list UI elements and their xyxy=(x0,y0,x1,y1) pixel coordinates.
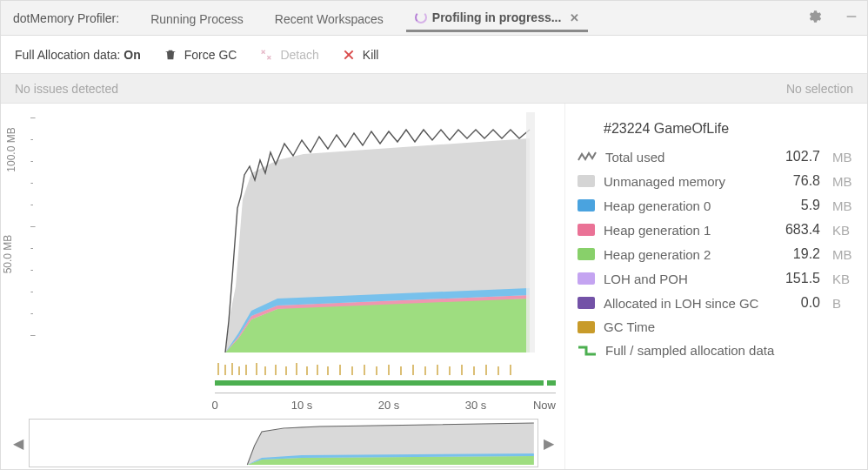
legend-label: Full / sampled allocation data xyxy=(605,343,811,358)
legend-value: 102.7 xyxy=(785,149,820,164)
y-tick-marks: –---- –----– xyxy=(30,118,36,335)
spinner-icon xyxy=(415,11,427,24)
detach-label: Detach xyxy=(280,48,318,62)
main-content: 100.0 MB 50.0 MB –---- –----– xyxy=(1,104,867,470)
toolbar: Full Allocation data: On Force GC Detach… xyxy=(1,36,867,74)
legend-unit: MB xyxy=(832,198,855,213)
color-swatch xyxy=(578,272,595,285)
settings-icon[interactable] xyxy=(806,9,822,27)
x-tick-10: 10 s xyxy=(291,399,313,412)
memory-chart[interactable] xyxy=(43,112,547,354)
legend-label: LOH and POH xyxy=(604,272,777,286)
legend-label: Total used xyxy=(605,150,777,164)
y-tick-100: 100.0 MB xyxy=(5,127,17,171)
color-swatch xyxy=(578,321,595,333)
color-swatch xyxy=(578,224,595,236)
detach-button[interactable]: Detach xyxy=(259,48,318,62)
overview-timeline: ◀ ▶ xyxy=(8,417,559,469)
legend-unit: MB xyxy=(832,150,855,164)
status-bar: No issues detected No selection xyxy=(1,74,867,104)
now-marker xyxy=(526,112,535,352)
svg-rect-0 xyxy=(847,16,857,17)
legend-unit: MB xyxy=(832,174,855,189)
chart-zone: 100.0 MB 50.0 MB –---- –----– xyxy=(1,104,564,470)
tab-recent-workspaces[interactable]: Recent Workspaces xyxy=(266,5,392,31)
legend-panel: #23224 GameOfLife Total used 102.7 MB Un… xyxy=(564,104,867,470)
timeline-next-button[interactable]: ▶ xyxy=(538,419,559,467)
force-gc-button[interactable]: Force GC xyxy=(164,48,237,62)
process-exe: GameOfLife xyxy=(654,121,729,136)
legend-gen1[interactable]: Heap generation 1 683.4 KB xyxy=(578,222,855,238)
legend-loh[interactable]: LOH and POH 151.5 KB xyxy=(578,271,855,286)
x-axis: 0 10 s 20 s 30 s Now xyxy=(215,393,556,413)
kill-label: Kill xyxy=(363,48,379,62)
legend-value: 5.9 xyxy=(801,198,820,213)
legend-label: Unmanaged memory xyxy=(604,174,785,189)
status-issues: No issues detected xyxy=(15,82,118,96)
kill-icon xyxy=(342,48,356,62)
process-pid: #23224 xyxy=(604,121,650,136)
legend-unmanaged[interactable]: Unmanaged memory 76.8 MB xyxy=(578,173,855,189)
legend-value: 76.8 xyxy=(793,173,820,189)
tab-profiling-in-progress[interactable]: Profiling in progress... ✕ xyxy=(406,3,589,32)
legend-gen0[interactable]: Heap generation 0 5.9 MB xyxy=(578,198,855,213)
allocation-data-track xyxy=(215,380,544,386)
legend-full-sampled[interactable]: Full / sampled allocation data xyxy=(578,343,855,358)
legend-unit: KB xyxy=(832,223,855,238)
tabs-bar: dotMemory Profiler: Running Process Rece… xyxy=(1,1,867,36)
step-icon xyxy=(578,345,597,357)
y-tick-50: 50.0 MB xyxy=(2,235,14,274)
legend-value: 151.5 xyxy=(785,271,820,286)
allocation-data-toggle[interactable]: Full Allocation data: On xyxy=(15,48,141,62)
overview-chart[interactable] xyxy=(29,419,538,467)
color-swatch xyxy=(578,199,595,212)
zigzag-icon xyxy=(578,151,597,163)
tab-label: Profiling in progress... xyxy=(432,10,562,24)
tab-label: Running Process xyxy=(150,12,244,26)
legend-unit: MB xyxy=(832,247,855,262)
timeline-prev-button[interactable]: ◀ xyxy=(8,419,29,467)
x-tick-20: 20 s xyxy=(378,399,400,412)
legend-value: 19.2 xyxy=(793,246,820,262)
legend-label: Allocated in LOH since GC xyxy=(604,296,792,311)
legend-label: Heap generation 2 xyxy=(604,247,785,262)
tab-running-process[interactable]: Running Process xyxy=(142,5,252,31)
legend-label: Heap generation 0 xyxy=(604,198,792,213)
kill-button[interactable]: Kill xyxy=(342,48,379,62)
process-name: #23224 GameOfLife xyxy=(604,121,855,137)
legend-label: Heap generation 1 xyxy=(604,223,777,238)
profiler-title: dotMemory Profiler: xyxy=(13,11,119,25)
allocation-data-label: Full Allocation data: xyxy=(15,48,120,62)
minimize-icon[interactable] xyxy=(845,10,858,26)
color-swatch xyxy=(578,297,595,309)
x-tick-0: 0 xyxy=(211,399,217,412)
tab-label: Recent Workspaces xyxy=(275,12,384,26)
legend-gc-time[interactable]: GC Time xyxy=(578,319,855,334)
x-tick-30: 30 s xyxy=(465,399,487,412)
color-swatch xyxy=(578,175,595,187)
allocation-data-state: On xyxy=(124,48,140,62)
legend-total-used[interactable]: Total used 102.7 MB xyxy=(578,149,855,164)
trash-icon xyxy=(164,48,177,62)
x-tick-now: Now xyxy=(533,399,556,412)
legend-unit: KB xyxy=(832,272,855,286)
legend-alloc-loh[interactable]: Allocated in LOH since GC 0.0 B xyxy=(578,295,855,311)
legend-gen2[interactable]: Heap generation 2 19.2 MB xyxy=(578,246,855,262)
legend-unit: B xyxy=(832,296,855,311)
force-gc-label: Force GC xyxy=(184,48,237,62)
gc-events-track xyxy=(215,361,528,377)
legend-value: 683.4 xyxy=(785,222,820,238)
legend-value: 0.0 xyxy=(801,295,820,311)
color-swatch xyxy=(578,248,595,260)
close-icon[interactable]: ✕ xyxy=(566,11,579,24)
legend-label: GC Time xyxy=(604,319,811,334)
status-selection: No selection xyxy=(786,82,853,96)
detach-icon xyxy=(259,48,273,62)
